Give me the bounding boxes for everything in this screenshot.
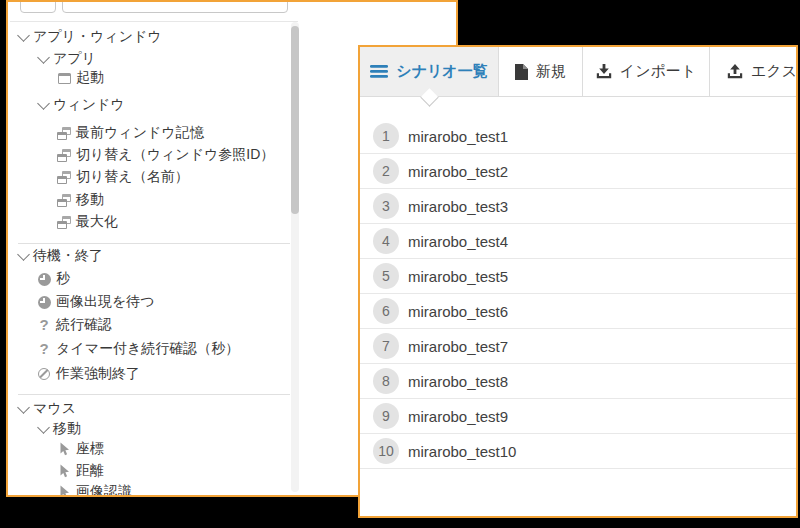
row-number-badge: 5 <box>373 263 399 289</box>
row-number-badge: 4 <box>373 228 399 254</box>
tree-item-maximize[interactable]: 最大化 <box>57 211 118 233</box>
tree-item-mouse-move[interactable]: 移動 <box>37 418 81 440</box>
chevron-down-icon[interactable] <box>17 254 29 259</box>
scenario-row[interactable]: 7 mirarobo_test7 <box>360 329 796 364</box>
tree-item-timed-confirm-continue[interactable]: タイマー付き続行確認（秒） <box>37 338 239 360</box>
tree-item-label: 秒 <box>56 270 70 288</box>
scenario-name: mirarobo_test1 <box>408 128 508 145</box>
scenario-toolbar: シナリオ一覧 新規 インポート <box>360 47 796 97</box>
scenario-row[interactable]: 9 mirarobo_test9 <box>360 399 796 434</box>
tree-item-wait-seconds[interactable]: 秒 <box>37 268 70 290</box>
tree-item-confirm-continue[interactable]: 続行確認 <box>37 314 112 336</box>
windows-icon <box>57 194 71 207</box>
tree-item-launch[interactable]: 起動 <box>57 67 104 89</box>
scenario-name: mirarobo_test3 <box>408 198 508 215</box>
tree-item-app-window[interactable]: アプリ・ウィンドウ <box>17 26 162 48</box>
scenario-row[interactable]: 3 mirarobo_test3 <box>360 189 796 224</box>
tree-item-coordinates[interactable]: 座標 <box>57 438 104 460</box>
tree-item-label: 座標 <box>76 440 104 458</box>
cursor-icon <box>57 442 71 456</box>
row-number-badge: 8 <box>373 368 399 394</box>
tab-label: 新規 <box>536 62 566 81</box>
tree-item-wait-end[interactable]: 待機・終了 <box>17 245 103 267</box>
tree-item-label: 起動 <box>76 69 104 87</box>
row-number-badge: 3 <box>373 193 399 219</box>
scenario-row[interactable]: 2 mirarobo_test2 <box>360 154 796 189</box>
cursor-icon <box>57 485 71 497</box>
scenario-row[interactable]: 10 mirarobo_test10 <box>360 434 796 469</box>
new-file-icon <box>515 64 528 80</box>
tree-item-label: 移動 <box>76 191 104 209</box>
question-icon <box>37 342 51 356</box>
scenario-row[interactable]: 8 mirarobo_test8 <box>360 364 796 399</box>
scenario-row[interactable]: 4 mirarobo_test4 <box>360 224 796 259</box>
tree-item-window[interactable]: ウィンドウ <box>37 94 125 116</box>
row-number-badge: 2 <box>373 158 399 184</box>
tree-item-label: アプリ <box>53 50 96 68</box>
tree-item-move-window[interactable]: 移動 <box>57 189 104 211</box>
tree-item-label: 最前ウィンドウ記憶 <box>76 124 204 142</box>
cursor-icon <box>57 464 71 478</box>
question-icon <box>37 318 51 332</box>
tree-item-label: 切り替え（名前） <box>76 168 189 186</box>
windows-icon <box>57 149 71 162</box>
chevron-down-icon[interactable] <box>17 35 29 40</box>
row-number-badge: 9 <box>373 403 399 429</box>
row-number-badge: 7 <box>373 333 399 359</box>
tree-item-wait-for-image[interactable]: 画像出現を待つ <box>37 291 155 313</box>
tree-item-image-recognition[interactable]: 画像認識 <box>57 481 132 497</box>
scenario-name: mirarobo_test9 <box>408 408 508 425</box>
scenario-name: mirarobo_test8 <box>408 373 508 390</box>
scenario-name: mirarobo_test2 <box>408 163 508 180</box>
tree-item-distance[interactable]: 距離 <box>57 460 104 482</box>
scenario-row[interactable]: 1 mirarobo_test1 <box>360 119 796 154</box>
partial-search-input[interactable] <box>62 0 288 13</box>
tree-item-switch-by-name[interactable]: 切り替え（名前） <box>57 166 189 188</box>
tree-item-label: 待機・終了 <box>33 247 103 265</box>
windows-icon <box>57 127 71 140</box>
divider <box>10 21 298 22</box>
tree-item-mouse[interactable]: マウス <box>17 398 76 420</box>
tree-item-label: マウス <box>33 400 76 418</box>
tab-label: シナリオ一覧 <box>396 62 487 81</box>
chevron-down-icon[interactable] <box>37 57 49 62</box>
scenario-name: mirarobo_test10 <box>408 443 516 460</box>
scenario-row[interactable]: 5 mirarobo_test5 <box>360 259 796 294</box>
tab-label: インポート <box>620 62 696 81</box>
tab-export[interactable]: エクス <box>710 47 796 96</box>
app-window-icon <box>57 73 71 84</box>
tree-scrollbar-track[interactable] <box>291 22 299 492</box>
scenario-row[interactable]: 6 mirarobo_test6 <box>360 294 796 329</box>
export-icon <box>727 64 743 79</box>
row-number-badge: 6 <box>373 298 399 324</box>
tree-item-label: 最大化 <box>76 213 118 231</box>
scenario-name: mirarobo_test5 <box>408 268 508 285</box>
tree-item-switch-by-ref-id[interactable]: 切り替え（ウィンドウ参照ID） <box>57 144 274 166</box>
tree-item-label: 画像認識 <box>76 483 132 497</box>
scenario-name: mirarobo_test4 <box>408 233 508 250</box>
tree-scrollbar-thumb[interactable] <box>291 26 299 214</box>
chevron-down-icon[interactable] <box>37 427 49 432</box>
windows-icon <box>57 216 71 229</box>
tab-new[interactable]: 新規 <box>499 47 583 96</box>
tree-item-label: ウィンドウ <box>53 96 125 114</box>
chevron-down-icon[interactable] <box>17 407 29 412</box>
tree-item-remember-front-window[interactable]: 最前ウィンドウ記憶 <box>57 122 204 144</box>
tree-item-force-quit[interactable]: 作業強制終了 <box>37 363 140 385</box>
tree-item-label: 切り替え（ウィンドウ参照ID） <box>76 146 274 164</box>
scenario-list: 1 mirarobo_test1 2 mirarobo_test2 3 mira… <box>360 97 796 469</box>
tree-item-label: 移動 <box>53 420 81 438</box>
partial-toolbar-button[interactable] <box>20 0 56 13</box>
menu-icon <box>370 65 388 78</box>
scenario-list-window: シナリオ一覧 新規 インポート <box>358 45 798 518</box>
tab-label: エクス <box>751 62 796 81</box>
ban-icon <box>37 368 51 380</box>
scenario-name: mirarobo_test7 <box>408 338 508 355</box>
tree-item-label: タイマー付き続行確認（秒） <box>56 340 239 358</box>
clock-icon <box>37 273 51 286</box>
tree-item-label: 画像出現を待つ <box>56 293 155 311</box>
clock-icon <box>37 296 51 309</box>
chevron-down-icon[interactable] <box>37 103 49 108</box>
tab-import[interactable]: インポート <box>583 47 710 96</box>
desktop-background: アプリ・ウィンドウ アプリ 起動 ウィンドウ 最前ウィンドウ記憶 切り替え（ウィ… <box>0 0 800 528</box>
